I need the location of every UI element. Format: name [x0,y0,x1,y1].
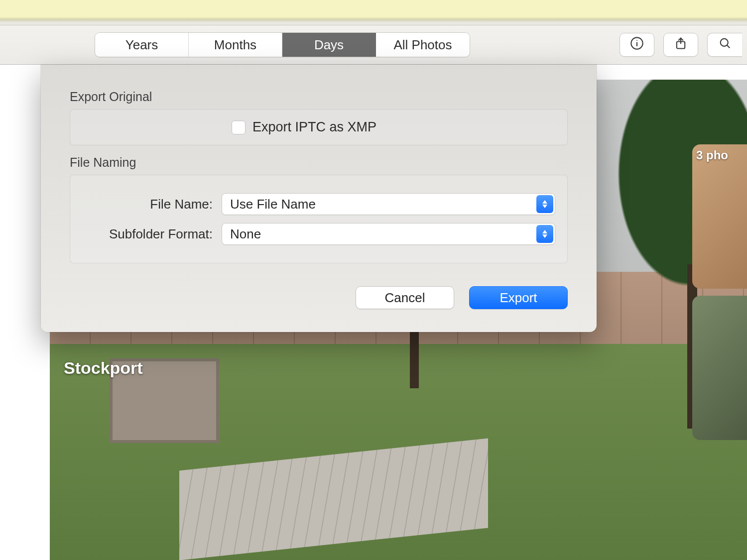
file-name-label: File Name: [82,197,222,212]
side-thumbnail[interactable] [692,296,747,440]
segment-all-photos[interactable]: All Photos [376,33,470,57]
export-button[interactable]: Export [469,286,568,309]
svg-point-2 [636,40,637,41]
segment-days[interactable]: Days [282,33,376,57]
svg-marker-10 [542,234,547,238]
side-thumbnail[interactable]: 3 pho [692,144,747,289]
photo-count-badge: 3 pho [696,148,728,162]
svg-point-5 [720,38,728,46]
export-original-group: Export IPTC as XMP [70,109,568,145]
section-title-file-naming: File Naming [70,155,568,170]
share-icon [674,36,688,54]
popup-stepper-icon [536,225,553,243]
file-name-popup[interactable]: Use File Name [222,193,555,215]
view-segmented-control: Years Months Days All Photos [95,32,470,57]
svg-line-6 [727,45,730,48]
svg-marker-9 [542,230,547,233]
svg-marker-8 [542,205,547,208]
file-name-value: Use File Name [230,197,316,212]
search-button[interactable] [707,33,742,57]
info-button[interactable] [620,33,654,57]
section-title-export-original: Export Original [70,90,568,104]
export-iptc-xmp-label: Export IPTC as XMP [252,119,376,135]
subfolder-format-popup[interactable]: None [222,223,555,245]
photo-location-label: Stockport [64,358,143,378]
segment-years[interactable]: Years [95,33,189,57]
svg-marker-7 [542,200,547,204]
subfolder-format-value: None [230,226,261,242]
side-thumbnail-strip: 3 pho [692,144,747,447]
popup-stepper-icon [536,195,553,213]
toolbar-right-group [620,33,747,57]
share-button[interactable] [663,33,698,57]
search-icon [718,36,732,54]
segment-months[interactable]: Months [189,33,282,57]
subfolder-format-label: Subfolder Format: [82,226,222,242]
cancel-button[interactable]: Cancel [356,286,454,309]
export-dialog: Export Original Export IPTC as XMP File … [41,65,597,332]
info-icon [630,36,644,54]
file-naming-group: File Name: Use File Name Subfolder Forma… [70,175,568,263]
dialog-button-row: Cancel Export [70,286,568,309]
export-iptc-xmp-checkbox[interactable] [232,120,246,134]
